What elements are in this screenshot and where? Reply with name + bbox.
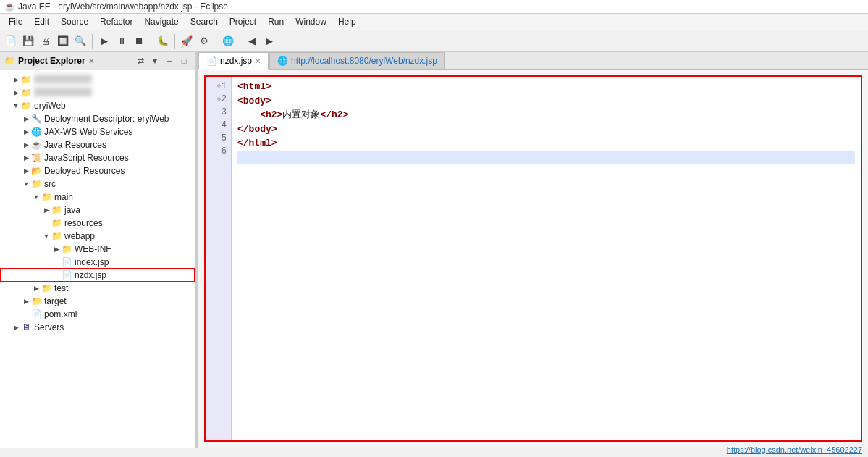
toolbar-back-btn[interactable]: ◀ xyxy=(244,33,260,49)
tree-node-node19[interactable]: 📄pom.xml xyxy=(0,308,195,321)
tree-expand-icon[interactable]: ▶ xyxy=(12,75,20,84)
code-editor[interactable]: ⊖1⊖23456 <html><body> <h2>内置对象</h2></bod… xyxy=(204,75,862,442)
tree-node-label: JAX-WS Web Services xyxy=(44,127,132,137)
tree-node-node20[interactable]: ▶🖥Servers xyxy=(0,321,195,334)
tree-node-node17[interactable]: ▶📁test xyxy=(0,282,195,295)
tree-node-icon: 📁 xyxy=(20,100,32,112)
toolbar-fwd-btn[interactable]: ▶ xyxy=(261,33,277,49)
toolbar-stop-btn[interactable]: ⏹ xyxy=(131,33,147,49)
tree-node-node7[interactable]: ▶📜JavaScript Resources xyxy=(0,151,195,164)
tree-expand-icon[interactable]: ▶ xyxy=(12,88,20,97)
tree-node-node15[interactable]: 📄index.jsp xyxy=(0,256,195,269)
toolbar-btn4[interactable]: 🔲 xyxy=(55,33,71,49)
menu-navigate[interactable]: Navigate xyxy=(138,15,184,28)
tree-expand-icon[interactable]: ▶ xyxy=(22,127,30,136)
tree-expand-icon[interactable]: ▼ xyxy=(32,193,41,201)
toolbar-ext-btn[interactable]: ⚙ xyxy=(196,33,212,49)
tree-node-node6[interactable]: ▶☕Java Resources xyxy=(0,138,195,151)
tree-expand-icon[interactable]: ▼ xyxy=(22,180,30,188)
toolbar-pause-btn[interactable]: ⏸ xyxy=(114,33,130,49)
toolbar-debug-btn[interactable]: 🐛 xyxy=(155,33,171,49)
editor-tab-tab-nzdx[interactable]: 📄nzdx.jsp✕ xyxy=(198,52,269,70)
tree-node-node3[interactable]: ▼📁eryiWeb xyxy=(0,99,195,112)
line-number-text: 6 xyxy=(222,145,227,158)
fold-arrow[interactable]: ⊖ xyxy=(217,95,221,104)
browser-globe-icon: 🌐 xyxy=(277,56,288,66)
tree-expand-icon[interactable]: ▼ xyxy=(12,101,20,110)
menu-run[interactable]: Run xyxy=(262,15,290,28)
tree-expand-icon[interactable]: ▶ xyxy=(22,167,30,175)
toolbar-run-btn[interactable]: ▶ xyxy=(96,33,112,49)
tree-expand-icon[interactable] xyxy=(22,310,30,319)
tree-expand-icon[interactable] xyxy=(52,271,61,280)
tree-node-label: target xyxy=(44,296,67,306)
tree-node-node10[interactable]: ▼📁main xyxy=(0,190,195,204)
tree-expand-icon[interactable]: ▶ xyxy=(22,297,30,306)
menu-bar: File Edit Source Refactor Navigate Searc… xyxy=(0,14,868,30)
tree-node-label: main xyxy=(54,192,73,202)
code-line-1: <html> xyxy=(237,80,855,94)
tree-node-node11[interactable]: ▶📁java xyxy=(0,204,195,217)
tree-node-node1[interactable]: ▶📁 xyxy=(0,73,195,86)
editor-tab-tab-browser[interactable]: 🌐http://localhost:8080/eryiWeb/nzdx.jsp xyxy=(269,52,445,69)
tree-node-icon: 📁 xyxy=(51,204,62,216)
tree-node-node13[interactable]: ▼📁webapp xyxy=(0,230,195,243)
tree-node-node18[interactable]: ▶📁target xyxy=(0,295,195,308)
tree-node-node8[interactable]: ▶📂Deployed Resources xyxy=(0,164,195,177)
tree-expand-icon[interactable]: ▶ xyxy=(42,206,51,214)
toolbar-sep3 xyxy=(174,34,175,49)
tree-expand-icon[interactable] xyxy=(42,219,51,227)
code-content[interactable]: <html><body> <h2>内置对象</h2></body></html> xyxy=(232,77,861,440)
line-num-1: ⊖1 xyxy=(207,80,229,93)
tree-expand-icon[interactable]: ▶ xyxy=(52,245,61,253)
tree-node-node9[interactable]: ▼📁src xyxy=(0,177,195,190)
tree-node-label: index.jsp xyxy=(75,257,109,267)
panel-minimize-btn[interactable]: ─ xyxy=(163,54,176,67)
panel-header: 📁 Project Explorer ✕ ⇄ ▼ ─ □ xyxy=(0,52,195,70)
tree-node-icon: 📁 xyxy=(30,295,42,307)
tree-node-icon: 📁 xyxy=(20,87,32,98)
app-icon: ☕ xyxy=(4,1,15,12)
tree-expand-icon[interactable]: ▶ xyxy=(22,154,30,162)
panel-sync-btn[interactable]: ⇄ xyxy=(134,54,147,67)
menu-window[interactable]: Window xyxy=(290,15,332,28)
folder-icon: 📁 xyxy=(4,56,15,66)
tree-expand-icon[interactable]: ▼ xyxy=(42,232,51,240)
toolbar-launch-btn[interactable]: 🚀 xyxy=(179,33,195,49)
tree-node-node2[interactable]: ▶📁 xyxy=(0,86,195,99)
panel-collapse-btn[interactable]: ▼ xyxy=(148,54,161,67)
tree-expand-icon[interactable]: ▶ xyxy=(32,284,41,293)
tree-node-node14[interactable]: ▶📁WEB-INF xyxy=(0,243,195,256)
toolbar-save-btn[interactable]: 💾 xyxy=(20,33,36,49)
tab-close-btn[interactable]: ✕ xyxy=(255,57,261,65)
panel-maximize-btn[interactable]: □ xyxy=(177,54,190,67)
tree-node-node4[interactable]: ▶🔧Deployment Descriptor: eryiWeb xyxy=(0,112,195,125)
tree-node-icon: 📄 xyxy=(61,269,72,281)
menu-edit[interactable]: Edit xyxy=(28,15,55,28)
tree-node-label: Java Resources xyxy=(44,140,106,150)
toolbar-sep1 xyxy=(92,34,93,49)
code-line-2: <body> xyxy=(237,94,855,109)
menu-search[interactable]: Search xyxy=(185,15,224,28)
tree-node-icon: 📁 xyxy=(41,282,52,294)
menu-help[interactable]: Help xyxy=(332,15,362,28)
tree-expand-icon[interactable] xyxy=(52,258,61,267)
fold-arrow[interactable]: ⊖ xyxy=(217,82,221,91)
tree-expand-icon[interactable]: ▶ xyxy=(22,114,30,123)
tree-expand-icon[interactable]: ▶ xyxy=(12,323,20,332)
tree-node-node12[interactable]: 📁resources xyxy=(0,217,195,230)
tree-node-label: src xyxy=(44,179,56,189)
menu-project[interactable]: Project xyxy=(224,15,262,28)
toolbar-new-btn[interactable]: 📄 xyxy=(3,33,19,49)
tree-node-node5[interactable]: ▶🌐JAX-WS Web Services xyxy=(0,125,195,138)
menu-source[interactable]: Source xyxy=(55,15,94,28)
window-title: Java EE - eryiWeb/src/main/webapp/nzdx.j… xyxy=(18,1,228,12)
menu-refactor[interactable]: Refactor xyxy=(94,15,138,28)
tree-node-node16[interactable]: 📄nzdx.jsp xyxy=(0,269,195,282)
toolbar-globe-btn[interactable]: 🌐 xyxy=(220,33,236,49)
tree-node-icon: 🔧 xyxy=(30,113,42,125)
toolbar-print-btn[interactable]: 🖨 xyxy=(38,33,54,49)
menu-file[interactable]: File xyxy=(3,15,28,28)
tree-expand-icon[interactable]: ▶ xyxy=(22,141,30,149)
toolbar-search-btn[interactable]: 🔍 xyxy=(72,33,88,49)
